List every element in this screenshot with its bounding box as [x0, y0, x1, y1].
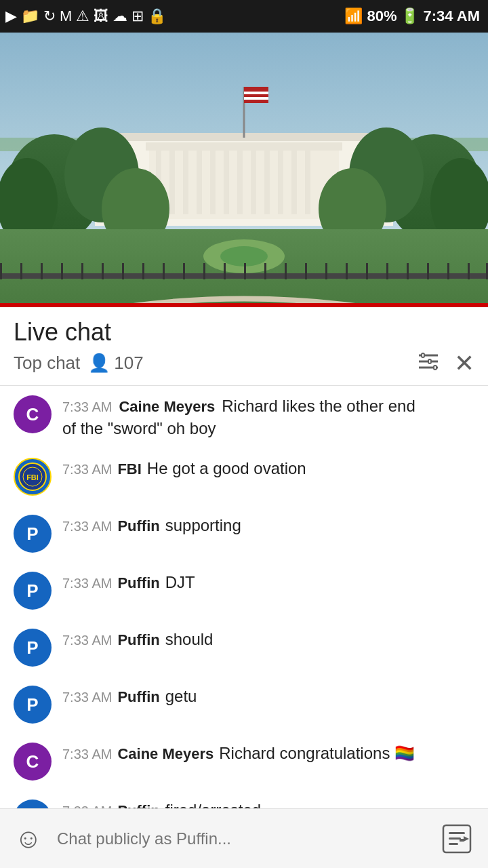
message-author-5: Puffin: [117, 631, 159, 649]
chat-header-row: Top chat 👤 107: [14, 349, 474, 385]
lock-icon: 🔒: [148, 7, 166, 25]
chat-message-3: P 7:33 AM Puffin supporting: [0, 505, 488, 562]
svg-rect-15: [305, 146, 310, 214]
message-text-1-partial: Richard likes the other end: [222, 395, 415, 416]
message-time-5: 7:33 AM: [62, 633, 112, 648]
chat-public-input[interactable]: [57, 821, 426, 856]
svg-rect-38: [41, 263, 43, 279]
svg-rect-43: [142, 263, 144, 279]
message-inline-6: 7:33 AM Puffin getu: [62, 686, 474, 707]
message-author-2: FBI: [117, 460, 141, 478]
svg-rect-11: [251, 146, 256, 214]
svg-rect-7: [197, 146, 202, 214]
message-author-6: Puffin: [117, 688, 159, 706]
grid-icon: ⊞: [131, 7, 144, 25]
filter-icon[interactable]: [416, 349, 441, 377]
svg-rect-8: [210, 146, 216, 214]
svg-rect-49: [264, 263, 266, 279]
message-text-7: Richard congratulations 🏳️‍🌈: [219, 743, 415, 764]
svg-rect-74: [449, 832, 465, 834]
avatar-4: P: [14, 572, 52, 610]
battery-icon: 🔋: [401, 7, 419, 25]
alert-icon: ⚠: [76, 7, 89, 25]
send-icon: [441, 823, 473, 855]
svg-rect-42: [122, 263, 124, 279]
message-meta-1: 7:33 AM Caine Meyers Richard likes the o…: [62, 395, 474, 416]
svg-rect-14: [291, 146, 297, 214]
sync-icon: ↻: [43, 7, 56, 25]
time-display: 7:34 AM: [423, 7, 480, 25]
avatar-6: P: [14, 686, 52, 724]
close-icon[interactable]: ✕: [454, 351, 474, 376]
svg-rect-58: [447, 263, 449, 279]
svg-rect-46: [203, 263, 205, 279]
chat-title: Live chat: [14, 318, 474, 347]
top-chat-label[interactable]: Top chat: [14, 353, 80, 374]
message-content-7: 7:33 AM Caine Meyers Richard congratulat…: [62, 743, 474, 764]
youtube-icon: ▶: [5, 7, 17, 25]
viewer-icon: 👤: [88, 353, 110, 374]
message-text-1: of the "sword" oh boy: [62, 418, 474, 439]
message-inline-5: 7:33 AM Puffin should: [62, 629, 474, 650]
message-content-5: 7:33 AM Puffin should: [62, 629, 474, 650]
svg-rect-19: [244, 87, 268, 103]
message-content-4: 7:33 AM Puffin DJT: [62, 572, 474, 593]
svg-rect-57: [427, 263, 429, 279]
message-author-4: Puffin: [117, 574, 159, 592]
send-button[interactable]: [436, 821, 477, 856]
svg-rect-13: [278, 146, 283, 214]
svg-rect-39: [61, 263, 63, 279]
svg-rect-50: [285, 263, 287, 279]
message-time-1: 7:33 AM: [62, 399, 112, 415]
status-info-right: 📶 80% 🔋 7:34 AM: [344, 7, 480, 25]
svg-rect-52: [325, 263, 327, 279]
video-thumbnail: [0, 33, 488, 307]
svg-rect-12: [264, 146, 270, 214]
svg-rect-76: [449, 843, 458, 845]
svg-rect-9: [224, 146, 229, 214]
message-time-4: 7:33 AM: [62, 576, 112, 591]
svg-rect-69: [434, 366, 436, 370]
svg-rect-59: [468, 263, 470, 279]
svg-rect-56: [407, 263, 409, 279]
svg-rect-40: [81, 263, 83, 279]
svg-rect-68: [428, 359, 431, 363]
message-content-6: 7:33 AM Puffin getu: [62, 686, 474, 707]
folder-icon: 📁: [21, 7, 39, 25]
svg-rect-6: [183, 146, 188, 214]
message-time-6: 7:33 AM: [62, 690, 112, 705]
svg-rect-47: [224, 263, 226, 279]
chat-message-5: P 7:33 AM Puffin should: [0, 619, 488, 676]
chat-input-bar: ☺: [0, 808, 488, 868]
chat-message-2: FBI 7:33 AM FBI He got a good ovation: [0, 448, 488, 505]
wifi-icon: 📶: [344, 7, 363, 25]
fbi-badge-icon: FBI: [18, 462, 47, 492]
chat-header-left: Top chat 👤 107: [14, 353, 144, 374]
message-inline-3: 7:33 AM Puffin supporting: [62, 515, 474, 536]
avatar-7: C: [14, 743, 52, 781]
chat-message-1: C 7:33 AM Caine Meyers Richard likes the…: [0, 386, 488, 448]
video-player[interactable]: [0, 33, 488, 307]
svg-rect-16: [146, 142, 342, 151]
svg-rect-37: [20, 263, 22, 279]
avatar-3: P: [14, 515, 52, 553]
message-time-2: 7:33 AM: [62, 462, 112, 477]
status-bar: ▶ 📁 ↻ M ⚠ 🖼 ☁ ⊞ 🔒 📶 80% 🔋 7:34 AM: [0, 0, 488, 33]
emoji-button[interactable]: ☺: [11, 821, 46, 856]
video-progress-bar: [0, 303, 488, 307]
svg-rect-21: [244, 97, 268, 100]
svg-rect-55: [386, 263, 388, 279]
message-text-6: getu: [165, 686, 197, 707]
cloud-icon: ☁: [113, 7, 127, 25]
message-content-3: 7:33 AM Puffin supporting: [62, 515, 474, 536]
chat-header: Live chat Top chat 👤 107: [0, 307, 488, 385]
svg-rect-51: [305, 263, 307, 279]
svg-rect-67: [422, 353, 424, 357]
message-text-2: He got a good ovation: [147, 458, 306, 479]
svg-rect-10: [237, 146, 243, 214]
avatar-5: P: [14, 629, 52, 667]
status-icons-left: ▶ 📁 ↻ M ⚠ 🖼 ☁ ⊞ 🔒: [5, 7, 166, 25]
viewer-number: 107: [114, 353, 143, 374]
svg-rect-44: [163, 263, 165, 279]
svg-rect-20: [244, 92, 268, 94]
